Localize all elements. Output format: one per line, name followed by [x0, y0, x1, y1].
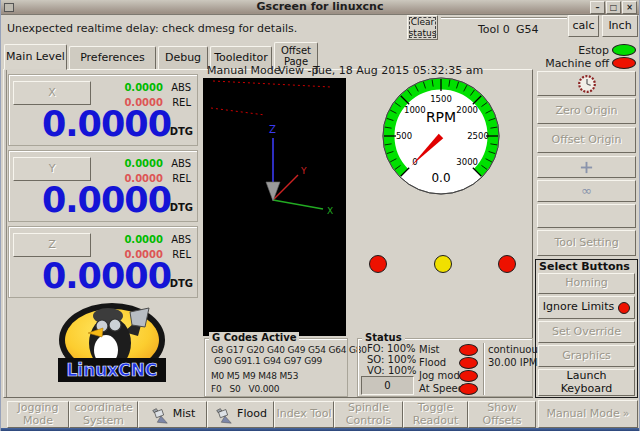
- flood-led: [459, 357, 478, 369]
- blank-button[interactable]: [537, 204, 636, 228]
- offset-origin-button[interactable]: Offset Origin: [537, 127, 636, 153]
- flood-button[interactable]: Flood: [207, 401, 274, 428]
- index-tool-button[interactable]: Index Tool: [274, 401, 334, 428]
- axis-select-button-y[interactable]: Y: [13, 157, 91, 181]
- svg-text:RPM: RPM: [426, 109, 456, 125]
- tab-main-level[interactable]: Main Level: [4, 44, 67, 70]
- axis-frame-x: X 0.0000 ABS 0.0000 REL 0.0000 DTG: [8, 74, 198, 146]
- dtg-value-z: 0.0000: [42, 259, 171, 294]
- set-override-button[interactable]: Set Override: [538, 321, 635, 343]
- calc-button[interactable]: calc: [568, 15, 599, 37]
- dtg-value-y: 0.0000: [42, 183, 171, 218]
- move-cross-icon: [579, 160, 594, 175]
- status-divider: [483, 343, 484, 395]
- override-spinbox[interactable]: 0: [361, 376, 414, 395]
- window-title: Gscreen for linuxcnc: [257, 0, 384, 13]
- feed-override-label: FO: 100%: [367, 343, 416, 354]
- abs-value-y: 0.0000: [124, 158, 163, 169]
- axis-select-button-x[interactable]: X: [13, 81, 91, 105]
- paned-handle[interactable]: [3, 70, 7, 397]
- gcodes-frame-title: G Codes Active: [209, 332, 299, 343]
- zero-origin-button[interactable]: Zero Origin: [537, 98, 636, 124]
- titlebar[interactable]: Gscreen for linuxcnc – □ ×: [1, 0, 639, 15]
- tool-cone: [266, 182, 280, 201]
- abs-value-x: 0.0000: [124, 82, 163, 93]
- gcode-line-2: G90 G91.1 G94 G97 G99: [214, 356, 322, 366]
- mist-button[interactable]: Mist: [138, 401, 207, 428]
- manual-mode-label: Manual Mode: [546, 408, 619, 421]
- spindle-led-right: [498, 255, 516, 273]
- svg-text:3000: 3000: [456, 157, 478, 167]
- units-toggle-button[interactable]: Inch: [602, 15, 638, 37]
- ignore-limits-button[interactable]: Ignore Limits: [538, 296, 635, 319]
- ignore-limits-label: Ignore Limits: [539, 301, 618, 314]
- window-menu-icon[interactable]: [4, 3, 14, 12]
- tool-panel-divider: [441, 17, 567, 18]
- clear-status-button[interactable]: Clear status: [407, 15, 438, 40]
- abs-label-x: ABS: [171, 82, 191, 93]
- rel-label-z: REL: [172, 249, 191, 260]
- machine-off-label: Machine off: [537, 57, 609, 70]
- minimize-button[interactable]: –: [590, 1, 605, 14]
- jog-rate-value: 30.00 IPM: [488, 357, 537, 368]
- estop-label: Estop: [537, 44, 609, 57]
- dtg-label-y: DTG: [170, 202, 193, 213]
- gcode-line-1: G8 G17 G20 G40 G49 G54 G64 G80: [211, 345, 367, 355]
- svg-text:0.0: 0.0: [431, 171, 450, 185]
- x-axis-label: X: [327, 206, 333, 216]
- maximize-button[interactable]: □: [606, 1, 621, 14]
- manual-mode-button[interactable]: Manual Mode »: [538, 400, 638, 428]
- show-offsets-button[interactable]: Show Offsets: [468, 401, 536, 428]
- app-window: Gscreen for linuxcnc – □ × Unexpected re…: [0, 0, 640, 431]
- spindle-stop-button[interactable]: [537, 71, 636, 96]
- abs-label-y: ABS: [171, 158, 191, 169]
- spindle-controls-button[interactable]: Spindle Controls: [334, 401, 403, 428]
- abs-value-z: 0.0000: [124, 234, 163, 245]
- goggle-right: [109, 319, 121, 331]
- tool-setting-button[interactable]: Tool Setting: [537, 230, 636, 256]
- y-axis-label: Y: [300, 166, 307, 176]
- move-to-button[interactable]: [537, 156, 636, 178]
- gremlin-3d-view[interactable]: Z Y X: [203, 78, 346, 336]
- spindle-led-left: [369, 255, 387, 273]
- realtime-delay-message: Unexpected realtime delay: check dmesg f…: [7, 22, 297, 35]
- flood-button-label: Flood: [237, 408, 267, 421]
- atspeed-led: [459, 383, 478, 395]
- select-buttons-label: Select Buttons: [539, 260, 630, 273]
- mist-spray-icon: [150, 404, 170, 426]
- tab-preferences[interactable]: Preferences: [69, 46, 156, 70]
- machine-limits-line-2: [211, 108, 265, 115]
- offset-tool-button[interactable]: ∞: [537, 180, 636, 202]
- spindle-led-center: [434, 255, 452, 273]
- dtg-value-x: 0.0000: [42, 107, 171, 142]
- abs-label-z: ABS: [171, 234, 191, 245]
- toggle-readout-button[interactable]: Toggle Readout: [403, 401, 468, 428]
- homing-button[interactable]: Homing: [538, 273, 635, 294]
- svg-text:1500: 1500: [430, 94, 452, 104]
- double-arrow-icon: »: [623, 408, 630, 421]
- x-axis-line: [273, 200, 323, 209]
- flood-indicator-label: Flood: [419, 357, 446, 368]
- linuxcnc-logo: LinuxCNC: [46, 300, 178, 392]
- rpm-gauge: 050010001500200025003000RPM0.0: [375, 70, 507, 202]
- tab-debug[interactable]: Debug: [158, 46, 208, 70]
- rel-label-x: REL: [172, 97, 191, 108]
- mist-led: [459, 344, 478, 356]
- axis-select-button-z[interactable]: Z: [13, 233, 91, 257]
- close-button[interactable]: ×: [622, 1, 637, 14]
- jogging-mode-button[interactable]: Jogging Mode: [7, 401, 69, 428]
- machine-limits-line: [213, 81, 331, 87]
- fsv-line: F0 S0 V0.000: [211, 384, 279, 394]
- mode-label: Manual Mode: [207, 64, 280, 77]
- infinity-icon: ∞: [581, 184, 592, 199]
- jogmode-led: [459, 370, 478, 382]
- dtg-label-z: DTG: [170, 278, 193, 289]
- coordinate-system-button[interactable]: coordinate System: [69, 401, 138, 428]
- mist-button-label: Mist: [173, 408, 196, 421]
- graphics-button[interactable]: Graphics: [538, 345, 635, 367]
- mcode-line: M0 M5 M9 M48 M53: [211, 371, 298, 381]
- launch-keyboard-button[interactable]: Launch Keyboard: [538, 369, 635, 396]
- rel-label-y: REL: [172, 173, 191, 184]
- atspeed-indicator-label: At Speed: [419, 383, 464, 394]
- svg-text:2000: 2000: [456, 105, 478, 115]
